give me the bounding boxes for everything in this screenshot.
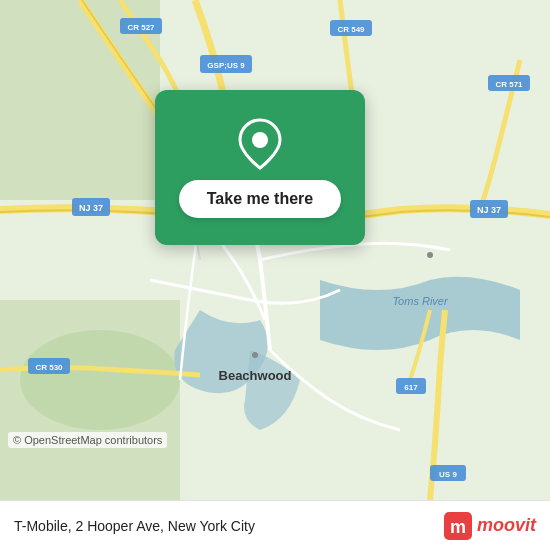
svg-point-3 <box>20 330 180 430</box>
toms-river-label: Toms River <box>392 295 449 307</box>
svg-text:CR 549: CR 549 <box>337 25 365 34</box>
moovit-logo: m moovit <box>444 512 536 540</box>
svg-text:CR 571: CR 571 <box>495 80 523 89</box>
map-background: NJ 37 NJ 37 NJ 37 GSP;US 9 CR 527 CR 549… <box>0 0 550 500</box>
location-text: T-Mobile, 2 Hooper Ave, New York City <box>14 518 255 534</box>
beachwood-label: Beachwood <box>219 368 292 383</box>
svg-text:US 9: US 9 <box>439 470 457 479</box>
moovit-text: moovit <box>477 515 536 536</box>
svg-point-24 <box>252 352 258 358</box>
svg-text:NJ 37: NJ 37 <box>79 203 103 213</box>
svg-point-25 <box>427 252 433 258</box>
svg-text:CR 530: CR 530 <box>35 363 63 372</box>
svg-text:NJ 37: NJ 37 <box>477 205 501 215</box>
map-container: NJ 37 NJ 37 NJ 37 GSP;US 9 CR 527 CR 549… <box>0 0 550 500</box>
svg-text:CR 527: CR 527 <box>127 23 155 32</box>
svg-text:m: m <box>450 517 466 537</box>
bottom-bar: T-Mobile, 2 Hooper Ave, New York City m … <box>0 500 550 550</box>
moovit-logo-icon: m <box>444 512 472 540</box>
svg-text:617: 617 <box>404 383 418 392</box>
svg-text:GSP;US 9: GSP;US 9 <box>207 61 245 70</box>
navigation-card[interactable]: Take me there <box>155 90 365 245</box>
svg-point-26 <box>252 132 268 148</box>
location-pin-icon <box>238 118 282 170</box>
map-attribution: © OpenStreetMap contributors <box>8 432 167 448</box>
take-me-there-button[interactable]: Take me there <box>179 180 341 218</box>
